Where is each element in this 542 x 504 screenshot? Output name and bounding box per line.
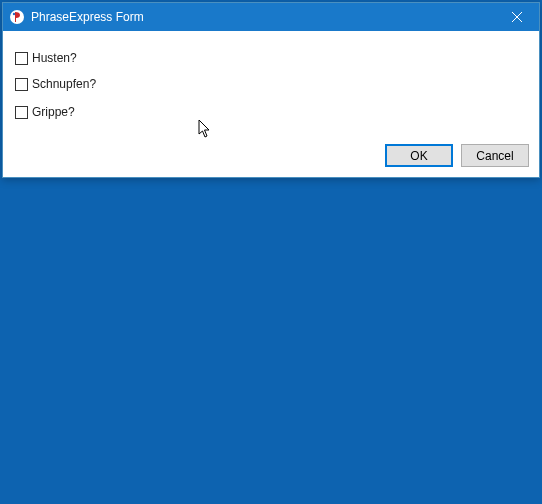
titlebar[interactable]: PhraseExpress Form: [3, 3, 539, 31]
dialog-content: Husten? Schnupfen? Grippe?: [3, 31, 539, 133]
checkbox-label[interactable]: Grippe?: [32, 105, 75, 119]
checkbox-label[interactable]: Husten?: [32, 51, 77, 65]
dialog-window: PhraseExpress Form Husten? Schnupfen? Gr…: [2, 2, 540, 178]
checkbox-row: Schnupfen?: [15, 71, 527, 97]
svg-point-1: [13, 13, 15, 15]
checkbox-label[interactable]: Schnupfen?: [32, 77, 96, 91]
button-row: OK Cancel: [385, 144, 529, 167]
window-title: PhraseExpress Form: [31, 10, 494, 24]
checkbox-schnupfen[interactable]: [15, 78, 28, 91]
close-icon: [512, 12, 522, 22]
checkbox-husten[interactable]: [15, 52, 28, 65]
checkbox-grippe[interactable]: [15, 106, 28, 119]
cancel-button[interactable]: Cancel: [461, 144, 529, 167]
checkbox-row: Husten?: [15, 45, 527, 71]
checkbox-row: Grippe?: [15, 99, 527, 125]
app-icon: [9, 9, 25, 25]
ok-button[interactable]: OK: [385, 144, 453, 167]
close-button[interactable]: [494, 3, 539, 31]
